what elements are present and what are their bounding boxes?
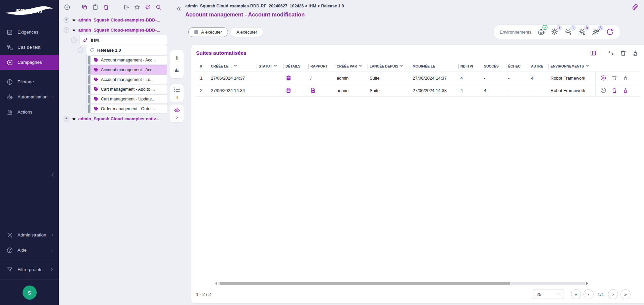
scrollbar-thumb[interactable] — [220, 282, 510, 285]
scrollbar-track[interactable] — [218, 282, 585, 285]
tree-iteration-row[interactable]: − Release 1.0 — [59, 45, 169, 55]
sidebar-item-cas-de-test[interactable]: Cas de test — [0, 40, 59, 55]
a-executer-button[interactable]: A exécuter — [230, 27, 263, 37]
filter-icon[interactable] — [400, 64, 404, 68]
delete-icon[interactable] — [611, 87, 617, 93]
row-num: 2 — [196, 84, 209, 97]
next-page-button[interactable]: › — [608, 289, 618, 299]
delete-icon[interactable] — [620, 50, 627, 56]
expander-icon[interactable]: + — [64, 116, 69, 122]
tree-suite-row[interactable]: Order management - Order... — [86, 104, 169, 114]
sort-desc-icon[interactable]: ↓ — [230, 64, 232, 68]
suite-node[interactable]: Account management - Lo... — [88, 75, 167, 84]
breadcrumb[interactable]: admin_Squash Cloud-examples-BDD-RF_20240… — [185, 3, 344, 9]
env-gear-pending[interactable]: 0 — [578, 28, 586, 36]
a-executer-status-button[interactable]: À exécuter — [188, 27, 228, 37]
first-page-button[interactable]: « — [571, 289, 581, 299]
tree-suite-row[interactable]: Cart management - Update... — [86, 94, 169, 104]
table-row[interactable]: 1 27/06/2024 14:37 / admin Suite 27/06/2… — [196, 72, 641, 84]
filter-icon[interactable] — [585, 64, 589, 68]
sidebar-item-exigences[interactable]: Exigences — [0, 25, 59, 40]
env-gear-disabled[interactable]: 5 — [592, 28, 600, 36]
tree-suite-row[interactable]: Account management - Acc... — [86, 65, 169, 75]
sidebar-item-administration[interactable]: Administration — [0, 227, 59, 243]
cancel-execution-icon[interactable] — [600, 87, 606, 93]
add-icon[interactable] — [64, 4, 70, 10]
clean-broom-icon[interactable] — [622, 75, 629, 81]
filter-icon[interactable] — [234, 64, 237, 68]
side-tab-info-stats[interactable]: i — [170, 50, 184, 79]
scroll-left-arrow[interactable] — [215, 282, 217, 285]
env-robot-status[interactable] — [537, 28, 545, 36]
expander-icon[interactable]: − — [71, 37, 77, 43]
sidebar-collapse-icon[interactable] — [49, 172, 55, 178]
clean-broom-icon[interactable] — [632, 50, 639, 56]
tree-project-row[interactable]: + ★ admin_Squash Cloud-examples-BDD-... — [59, 15, 169, 25]
sidebar-item-automatisation[interactable]: Automatisation — [0, 89, 59, 104]
collapse-tree-icon[interactable] — [176, 6, 182, 12]
prev-page-button[interactable]: ‹ — [583, 289, 594, 299]
expander-icon[interactable]: − — [78, 47, 83, 53]
favorites-star-icon[interactable] — [134, 4, 140, 10]
table-row[interactable]: 2 27/06/2024 14:34 admin Suite 27/06/202… — [196, 84, 641, 97]
details-clipboard-icon[interactable] — [286, 75, 292, 81]
tree-project-row[interactable]: + ★ admin_Squash Cloud-examples-nativ... — [59, 114, 169, 124]
search-icon[interactable] — [155, 4, 162, 10]
suite-node[interactable]: Cart management - Update... — [88, 94, 167, 104]
tree-suite-row[interactable]: Cart management - Add to ... — [86, 84, 169, 94]
delete-icon[interactable] — [103, 4, 109, 10]
columns-icon[interactable] — [590, 50, 597, 56]
env-gear-sync[interactable]: 1 — [565, 28, 573, 36]
scroll-right-arrow[interactable] — [586, 282, 588, 285]
filter-icon[interactable] — [358, 64, 362, 68]
side-tab-automated-suites[interactable]: 2 — [170, 104, 184, 123]
tree-campaign-row[interactable]: − IHM — [59, 35, 169, 45]
col-environments[interactable]: ENVIRONNEMENTS — [548, 61, 595, 72]
details-clipboard-icon[interactable] — [286, 87, 292, 93]
iteration-node[interactable]: Release 1.0 — [86, 45, 167, 55]
tree-suite-row[interactable]: Account management - Lo... — [86, 75, 169, 84]
suite-node[interactable]: Cart management - Add to ... — [88, 85, 167, 94]
tree-suite-row[interactable]: Account management - Acc... — [86, 55, 169, 65]
chart-icon[interactable] — [174, 67, 180, 73]
settings-gear-icon[interactable] — [145, 4, 151, 10]
user-avatar[interactable]: S — [23, 286, 37, 300]
campaign-node[interactable]: IHM — [79, 35, 167, 45]
sidebar-item-filtre-projets[interactable]: Filtre projets — [0, 262, 59, 277]
expander-icon[interactable]: + — [64, 17, 69, 23]
clean-broom-icon[interactable] — [622, 87, 629, 93]
expander-icon[interactable]: − — [64, 27, 69, 33]
col-launched-from[interactable]: LANCÉE DEPUIS — [368, 61, 411, 72]
env-gear-running[interactable]: 1 — [551, 28, 559, 36]
attachments-paperclip-icon[interactable] — [632, 3, 639, 10]
col-created[interactable]: CRÉÉE LE↓ — [209, 61, 257, 72]
copy-icon[interactable] — [81, 4, 88, 10]
paste-icon[interactable] — [92, 4, 99, 10]
suite-node[interactable]: Order management - Order... — [88, 104, 167, 114]
side-tab-itpi-list[interactable]: 4 — [170, 84, 184, 102]
delete-icon[interactable] — [611, 75, 617, 81]
sidebar-item-pilotage[interactable]: Pilotage — [0, 74, 59, 89]
col-created-by[interactable]: CRÉÉE PAR — [335, 61, 368, 72]
info-icon[interactable]: i — [176, 55, 178, 61]
col-status[interactable]: STATUT — [257, 61, 283, 72]
tree-project-row[interactable]: − ★ admin_Squash Cloud-examples-BDD-... — [59, 25, 169, 35]
sidebar-item-aide[interactable]: Aide — [0, 243, 59, 258]
refresh-icon[interactable] — [606, 28, 614, 36]
campaign-gears-icon — [82, 37, 88, 43]
organize-columns-icon[interactable] — [608, 50, 614, 56]
cancel-execution-icon[interactable] — [600, 75, 606, 81]
filter-icon[interactable] — [274, 64, 277, 68]
suite-node-selected[interactable]: Account management - Acc... — [88, 65, 167, 75]
suite-label: Cart management - Add to ... — [101, 87, 155, 92]
suite-node[interactable]: Account management - Acc... — [88, 55, 167, 65]
report-document-icon[interactable] — [310, 87, 316, 93]
sidebar-bottom: Administration Aide Filtre projets S — [0, 227, 59, 305]
page-size-select[interactable]: 25 — [533, 290, 564, 299]
sidebar-item-campagnes[interactable]: Campagnes — [0, 55, 59, 70]
horizontal-scrollbar[interactable] — [215, 282, 588, 285]
last-page-button[interactable]: » — [620, 289, 631, 299]
squash-logo[interactable]: squash — [0, 0, 59, 21]
sidebar-item-actions[interactable]: Actions — [0, 104, 59, 120]
export-icon[interactable] — [123, 4, 129, 10]
